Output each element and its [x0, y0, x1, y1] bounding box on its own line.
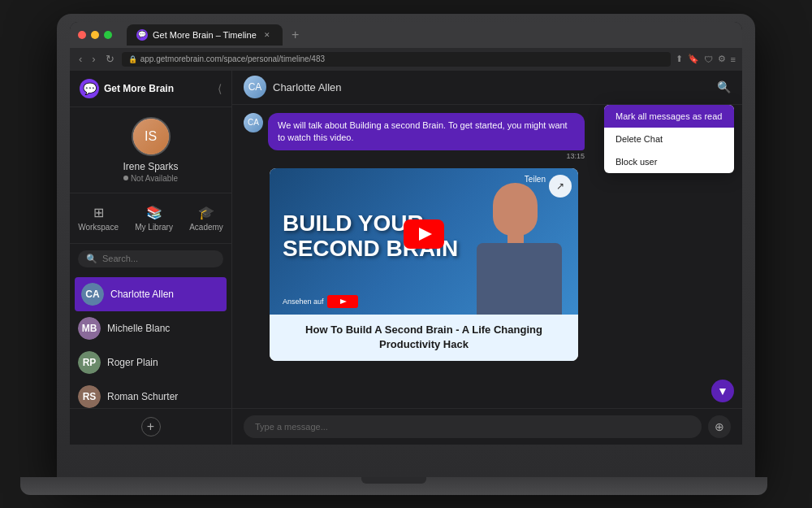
laptop-notch: [361, 477, 426, 484]
play-triangle-icon: [419, 228, 432, 241]
workspace-label: Workspace: [78, 223, 119, 232]
contacts-list: CA Charlotte Allen MB Michelle Blanc: [70, 274, 231, 408]
contact-avatar-michelle: MB: [78, 317, 101, 340]
message-time: 13:15: [268, 152, 585, 160]
sidebar-nav: ⊞ Workspace 📚 My Library 🎓 Academy: [70, 193, 231, 244]
browser-titlebar: 💬 Get More Brain – Timeline ✕ +: [70, 22, 742, 48]
sidebar-item-my-library[interactable]: 📚 My Library: [128, 202, 179, 235]
video-card[interactable]: BUILD YOURSECOND BRAIN Teilen ↗ Ansehen …: [270, 168, 578, 360]
search-box: 🔍: [78, 250, 223, 267]
status-dot: [123, 176, 128, 180]
shield-icon[interactable]: 🛡: [704, 54, 713, 64]
contact-roger[interactable]: RP Roger Plain: [70, 345, 231, 380]
library-label: My Library: [135, 223, 173, 232]
active-tab[interactable]: 💬 Get More Brain – Timeline ✕: [127, 24, 283, 46]
contact-avatar-roman: RS: [78, 385, 101, 408]
minimize-window-button[interactable]: [91, 31, 99, 39]
message-avatar: CA: [244, 113, 263, 132]
chat-search-button[interactable]: 🔍: [717, 80, 731, 93]
share-icon[interactable]: ⬆: [676, 54, 683, 64]
chat-main: CA Charlotte Allen 🔍 CA We will talk abo…: [232, 71, 742, 445]
chat-message-input[interactable]: [244, 415, 702, 438]
tab-close-button[interactable]: ✕: [261, 29, 273, 41]
message-text: We will talk about Building a second Bra…: [268, 113, 585, 151]
contact-name-michelle: Michelle Blanc: [107, 323, 170, 334]
app-container: 💬 Get More Brain ⟨ IS Irene Sparks Not A…: [70, 71, 742, 445]
video-play-button[interactable]: [404, 219, 444, 249]
chat-send-button[interactable]: ⊕: [708, 415, 731, 438]
context-menu-block-user[interactable]: Block user: [604, 150, 734, 173]
contact-name-roger: Roger Plain: [107, 357, 158, 368]
context-menu-mark-read[interactable]: Mark all messages as read: [604, 105, 734, 128]
screen-bezel: 💬 Get More Brain – Timeline ✕ + ‹ › ↻ 🔒 …: [70, 22, 742, 445]
video-youtube-bar: Ansehen auf: [283, 295, 358, 308]
search-icon: 🔍: [86, 254, 97, 264]
forward-button[interactable]: ›: [89, 53, 97, 65]
browser-chrome: 💬 Get More Brain – Timeline ✕ + ‹ › ↻ 🔒 …: [70, 22, 742, 71]
user-name: Irene Sparks: [123, 161, 178, 172]
video-person: [440, 176, 570, 315]
tab-label: Get More Brain – Timeline: [153, 30, 257, 40]
brand: 💬 Get More Brain: [80, 79, 174, 98]
chat-header-name: Charlotte Allen: [273, 81, 342, 93]
maximize-window-button[interactable]: [104, 31, 112, 39]
sidebar-footer: +: [70, 408, 231, 445]
message-bubble-received: We will talk about Building a second Bra…: [268, 113, 585, 161]
brand-logo: 💬: [80, 79, 99, 98]
contact-roman[interactable]: RS Roman Schurter: [70, 380, 231, 408]
tab-bar: 💬 Get More Brain – Timeline ✕ +: [127, 24, 305, 46]
contact-name-roman: Roman Schurter: [107, 391, 178, 402]
context-menu: Mark all messages as read Delete Chat Bl…: [604, 105, 734, 173]
academy-icon: 🎓: [198, 205, 214, 220]
contact-avatar-charlotte: CA: [81, 283, 104, 306]
watch-label: Ansehen auf: [283, 297, 324, 306]
sidebar-toggle-button[interactable]: ⟨: [218, 82, 222, 95]
contact-avatar-roger: RP: [78, 351, 101, 374]
contact-michelle[interactable]: MB Michelle Blanc: [70, 311, 231, 345]
youtube-icon: [331, 297, 354, 306]
scroll-down-button[interactable]: ▼: [711, 380, 734, 402]
url-text: app.getmorebrain.com/space/personal/time…: [140, 54, 325, 63]
back-button[interactable]: ‹: [76, 53, 84, 65]
sidebar-header: 💬 Get More Brain ⟨: [70, 71, 231, 107]
chat-input-area: ⊕: [232, 408, 742, 445]
laptop-shell: 💬 Get More Brain – Timeline ✕ + ‹ › ↻ 🔒 …: [57, 14, 755, 477]
close-window-button[interactable]: [78, 31, 86, 39]
person-head: [493, 183, 538, 236]
contact-charlotte[interactable]: CA Charlotte Allen: [75, 277, 227, 311]
video-thumbnail: BUILD YOURSECOND BRAIN Teilen ↗ Ansehen …: [270, 168, 578, 315]
new-tab-button[interactable]: +: [286, 25, 305, 45]
add-contact-button[interactable]: +: [141, 417, 161, 436]
bookmark-icon[interactable]: 🔖: [688, 54, 699, 64]
youtube-logo: [327, 295, 358, 308]
user-status: Not Available: [123, 174, 178, 183]
browser-toolbar: ‹ › ↻ 🔒 app.getmorebrain.com/space/perso…: [70, 48, 742, 71]
sidebar: 💬 Get More Brain ⟨ IS Irene Sparks Not A…: [70, 71, 232, 445]
context-menu-delete-chat[interactable]: Delete Chat: [604, 128, 734, 150]
person-body: [477, 243, 562, 315]
user-profile: IS Irene Sparks Not Available: [70, 107, 231, 193]
academy-label: Academy: [189, 223, 223, 232]
toolbar-icons: ⬆ 🔖 🛡 ⚙ ≡: [676, 54, 736, 64]
sidebar-item-workspace[interactable]: ⊞ Workspace: [71, 202, 125, 235]
settings-icon[interactable]: ⚙: [718, 54, 726, 64]
chat-header-user: CA Charlotte Allen: [244, 76, 342, 98]
tab-favicon: 💬: [136, 29, 148, 41]
search-input[interactable]: [102, 254, 215, 263]
library-icon: 📚: [146, 205, 162, 220]
chat-header-avatar: CA: [244, 76, 266, 98]
sidebar-item-academy[interactable]: 🎓 Academy: [183, 202, 230, 235]
avatar-image: IS: [133, 119, 169, 154]
menu-icon[interactable]: ≡: [731, 54, 736, 64]
video-title-area: How To Build A Second Brain - A Life Cha…: [270, 315, 578, 360]
workspace-icon: ⊞: [93, 205, 104, 220]
avatar: IS: [132, 117, 171, 156]
lock-icon: 🔒: [128, 55, 137, 63]
contact-name-charlotte: Charlotte Allen: [110, 289, 174, 300]
status-text: Not Available: [131, 174, 178, 183]
reload-button[interactable]: ↻: [103, 53, 117, 65]
video-title: How To Build A Second Brain - A Life Cha…: [281, 323, 567, 352]
address-bar[interactable]: 🔒 app.getmorebrain.com/space/personal/ti…: [122, 52, 671, 67]
chat-header: CA Charlotte Allen 🔍: [232, 71, 742, 105]
brand-name: Get More Brain: [104, 83, 174, 94]
